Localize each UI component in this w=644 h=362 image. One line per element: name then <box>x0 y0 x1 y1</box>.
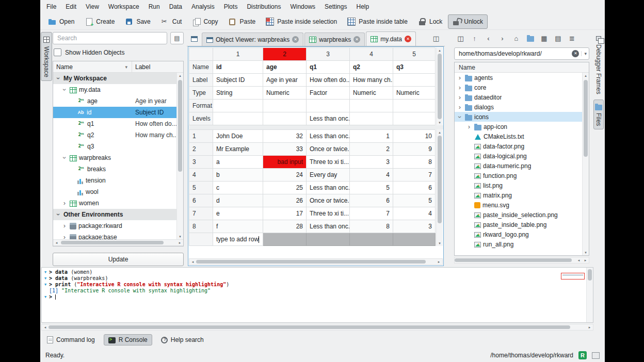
detach-window-button[interactable] <box>188 32 200 44</box>
chevron-collapsed-icon[interactable]: › <box>457 85 463 91</box>
meta-cell[interactable]: q2 <box>350 61 393 74</box>
workspace-section-other-environments[interactable]: ›Other Environments <box>53 209 183 220</box>
workspace-item-women[interactable]: ›women <box>53 198 183 209</box>
close-tab-icon[interactable]: ✕ <box>405 36 411 42</box>
chevron-collapsed-icon[interactable]: › <box>457 104 463 110</box>
meta-data-splitter[interactable] <box>188 125 443 129</box>
data-cell[interactable]: b <box>213 169 263 182</box>
workspace-item-q3[interactable]: 2³¹q3 <box>53 141 183 152</box>
data-cell[interactable]: Every day <box>307 169 350 182</box>
row-header-5[interactable]: 5 <box>189 182 213 194</box>
split-view-button[interactable]: ◫ <box>430 32 442 44</box>
scroll-right-icon[interactable]: ▸ <box>436 260 442 264</box>
meta-cell[interactable] <box>350 112 393 125</box>
file-item-dialogs[interactable]: ›dialogs <box>455 102 589 112</box>
row-header-6[interactable]: 6 <box>189 194 213 207</box>
scrollbar-thumb[interactable] <box>455 258 572 262</box>
data-vertical-scrollbar[interactable]: ▴ ▾ <box>436 129 443 246</box>
menu-item-workspace[interactable]: Workspace <box>104 1 143 12</box>
scroll-left-icon[interactable]: ◂ <box>42 325 49 330</box>
file-item-icons[interactable]: ›icons <box>455 112 589 122</box>
workspace-item-package-rkward[interactable]: ›package:rkward <box>53 220 183 232</box>
data-cell[interactable]: Three to xi ti... <box>307 207 350 220</box>
menu-item-edit[interactable]: Edit <box>61 1 81 12</box>
scrollbar-thumb[interactable] <box>438 136 442 223</box>
meta-row-header-format[interactable]: Format <box>189 100 213 112</box>
files-vertical-scrollbar[interactable]: ▴ ▾ <box>582 73 589 255</box>
scroll-down-icon[interactable]: ▾ <box>437 240 443 246</box>
workspace-tree-vertical-scrollbar[interactable]: ▴ ▾ <box>176 73 183 239</box>
chevron-collapsed-icon[interactable]: › <box>457 75 463 81</box>
chevron-collapsed-icon[interactable]: › <box>466 124 472 130</box>
data-cell[interactable]: 5 <box>350 182 393 194</box>
workspace-tool-tab[interactable]: Workspace <box>41 32 52 81</box>
meta-cell[interactable]: Subject ID <box>213 74 263 87</box>
meta-cell[interactable]: Less than onc... <box>307 112 350 125</box>
name-column-header[interactable]: Name ▾ <box>53 61 132 72</box>
workspace-item-id[interactable]: AbidSubject ID <box>53 107 183 118</box>
menu-item-plots[interactable]: Plots <box>220 1 242 12</box>
show-hidden-checkbox[interactable] <box>54 48 61 56</box>
tool-tab-debugger-frames[interactable]: Debugger Frames <box>594 32 603 97</box>
meta-cell[interactable] <box>393 74 436 87</box>
scrollbar-thumb[interactable] <box>438 54 442 119</box>
workspace-item-age[interactable]: 2³¹ageAge in year <box>53 95 183 107</box>
menu-item-settings[interactable]: Settings <box>320 1 351 12</box>
grid-column-header-1[interactable]: 1 <box>213 48 263 61</box>
workspace-item-warpbreaks[interactable]: ›warpbreaks <box>53 152 183 163</box>
split-view-button[interactable]: ◫ <box>454 32 467 44</box>
data-cell[interactable]: 10 <box>393 130 436 143</box>
new-folder-button[interactable] <box>524 32 537 44</box>
file-item-data-logical-png[interactable]: data-logical.png <box>455 151 589 161</box>
bottom-tab-command-log[interactable]: Command log <box>42 334 100 345</box>
chevron-collapsed-icon[interactable]: › <box>61 200 68 206</box>
file-item-paste-inside-selection-png[interactable]: paste_inside_selection.png <box>455 210 589 220</box>
data-cell[interactable]: 6 <box>393 182 436 194</box>
unlock-button[interactable]: Unlock <box>448 14 488 29</box>
meta-vertical-scrollbar[interactable]: ▴ ▾ <box>436 47 443 125</box>
save-button[interactable]: Save <box>120 14 155 29</box>
data-cell[interactable]: 4 <box>393 207 436 220</box>
data-cell[interactable]: 17 <box>263 207 307 220</box>
data-cell[interactable]: Less than onc... <box>307 220 350 233</box>
file-item-agents[interactable]: ›agents <box>455 73 589 83</box>
meta-cell[interactable]: q1 <box>307 61 350 74</box>
create-button[interactable]: Create <box>80 14 119 29</box>
menu-item-file[interactable]: File <box>42 1 60 12</box>
bottom-tab-help-search[interactable]: Help search <box>156 334 208 345</box>
row-header-8[interactable]: 8 <box>189 220 213 233</box>
editor-tab-my-data[interactable]: my.data✕ <box>366 31 416 46</box>
data-cell[interactable]: Once or twice... <box>307 194 350 207</box>
menu-item-analysis[interactable]: Analysis <box>187 1 219 12</box>
chevron-collapsed-icon[interactable]: › <box>61 223 68 229</box>
scroll-down-icon[interactable]: ▾ <box>177 234 183 239</box>
data-cell[interactable]: 3 <box>393 220 436 233</box>
editor-tab-object-viewer-warpbreaks[interactable]: Object Viewer: warpbreaks✕ <box>202 32 303 46</box>
grid-column-header-4[interactable]: 4 <box>350 48 393 61</box>
meta-cell[interactable] <box>263 112 307 125</box>
scroll-left-icon[interactable]: ◂ <box>53 241 60 245</box>
meta-cell[interactable]: Numeric <box>350 87 393 100</box>
file-item-app-icon[interactable]: ›app-icon <box>455 122 589 131</box>
scroll-up-icon[interactable]: ▴ <box>583 73 589 78</box>
chevron-expanded-icon[interactable]: › <box>55 75 61 81</box>
editor-tab-warpbreaks[interactable]: warpbreaks✕ <box>304 32 365 46</box>
go-up-button[interactable]: ↑ <box>468 32 481 44</box>
close-tab-icon[interactable]: ✕ <box>292 36 299 43</box>
meta-cell[interactable]: How often do... <box>307 74 350 87</box>
console-vertical-scrollbar[interactable] <box>586 268 593 322</box>
chevron-expanded-icon[interactable]: › <box>457 114 463 120</box>
row-header-7[interactable]: 7 <box>189 207 213 220</box>
meta-cell[interactable]: Numeric <box>263 87 307 100</box>
meta-row-header-label[interactable]: Label <box>189 74 213 87</box>
scrollbar-thumb[interactable] <box>196 260 426 264</box>
update-button[interactable]: Update <box>53 253 184 266</box>
workspace-item-my-data[interactable]: ›my.data <box>53 84 183 95</box>
grid-horizontal-scrollbar[interactable]: ◂ ▸ <box>189 258 443 265</box>
data-cell[interactable]: 8 <box>393 156 436 169</box>
scroll-down-icon[interactable]: ▾ <box>437 120 443 125</box>
data-cell[interactable]: 6 <box>350 194 393 207</box>
row-header-1[interactable]: 1 <box>189 130 213 143</box>
file-item-matrix-png[interactable]: matrix.png <box>455 190 589 200</box>
grid-corner-cell[interactable] <box>189 48 213 61</box>
